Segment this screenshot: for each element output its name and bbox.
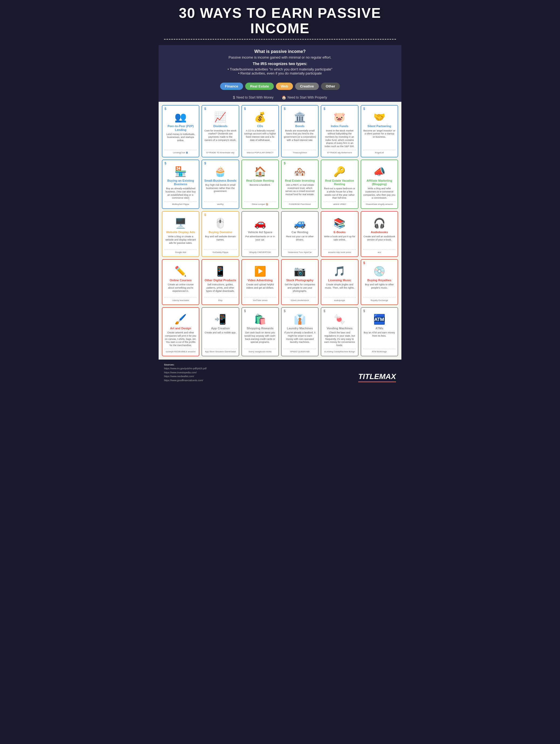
card-logos: E*TRADE TD Ameritrade ally <box>204 150 236 154</box>
card-title: Peer-to-Peer (P2P) Lending <box>165 124 197 132</box>
titlemax-name: TITLEMAX <box>358 372 396 381</box>
card-item: 🖥️Website Display AdsWrite a blog or cre… <box>162 211 199 257</box>
subtitle-def: Passive income is income gained with min… <box>169 55 391 60</box>
card-dollar-icon: $ <box>244 309 246 313</box>
card-desc: Put advertisements on or in your car. <box>244 235 276 248</box>
card-item: $💿Buying RoyaltiesBuy and sell rights to… <box>361 259 398 305</box>
card-icon: 🏠 <box>254 166 266 177</box>
card-dollar-icon: $ <box>204 107 206 111</box>
card-logos: Google Ads <box>165 250 197 254</box>
irs-type-2: Rental activities, even if you do materi… <box>169 71 391 75</box>
card-item: $🏧ATMsBuy an ATM and earn money from its… <box>361 307 398 356</box>
card-icon: 🧁 <box>214 166 226 177</box>
card-title: Stock Photography <box>286 278 314 282</box>
money-icon: $ <box>233 95 235 100</box>
card-logos: Wrapify CARVERTISE <box>244 250 276 254</box>
card-logos: eLending CandyMachine Bungo <box>323 349 356 353</box>
card-icon: 📷 <box>294 266 306 277</box>
card-desc: Create and upload helpful videos and get… <box>244 283 276 296</box>
card-item: 🖌️Art and DesignCreate artwork and other… <box>162 307 199 356</box>
card-desc: Buy and sell website domain names. <box>204 235 236 248</box>
card-title: Buying Royalties <box>367 278 391 282</box>
card-icon: 🐷 <box>333 111 346 123</box>
source-3: https://www.nerdwallet.com/ <box>164 374 207 378</box>
card-desc: Sell instructions, guides, patterns, pri… <box>204 283 236 296</box>
main-title: 30 WAYS TO EARN PASSIVE INCOME <box>164 5 396 36</box>
titlemax-underline <box>358 381 396 382</box>
card-title: Website Display Ads <box>166 230 195 234</box>
card-logos: audiojungle <box>323 297 356 302</box>
header: 30 WAYS TO EARN PASSIVE INCOME What is p… <box>159 0 401 79</box>
card-dollar-icon: $ <box>284 107 286 111</box>
card-title: Real Estate Renting <box>246 179 274 183</box>
card-title: Vehicle Ad Space <box>248 230 273 234</box>
card-logos: FUNDRISE PeerStreet <box>284 201 316 206</box>
card-desc: Invest in the stock market without babys… <box>323 129 356 148</box>
card-logos: Etsy <box>204 297 236 302</box>
card-desc: Create and sell a mobile app. <box>204 331 236 347</box>
card-item: 🎧AudiobooksCreate and sell an audiobook … <box>361 211 398 257</box>
card-desc: Lend money to individuals, businesses, a… <box>165 133 197 148</box>
card-icon: 🔑 <box>333 166 346 177</box>
card-logos: Udemy teachable <box>165 297 197 302</box>
card-item: $📈DividendsCare for investing in the sto… <box>201 105 239 157</box>
card-title: Licensing Music <box>328 278 351 282</box>
card-desc: Become a landlord. <box>250 184 271 200</box>
card-item: 🚗Vehicle Ad SpacePut advertisements on o… <box>241 211 279 257</box>
card-title: Buying Domains <box>209 230 232 234</box>
card-item: 🎵Licensing MusicCreate simple jingles an… <box>321 259 358 305</box>
card-item: $🤝Silent PartneringBecome an 'angel inve… <box>361 105 398 157</box>
card-title: Art and Design <box>170 327 191 330</box>
tab-web[interactable]: Web <box>276 83 293 90</box>
irs-title: The IRS recognizes two types: <box>169 62 391 66</box>
card-logos: worthy <box>204 201 236 206</box>
card-item: ✏️Online CoursesCreate an online course … <box>162 259 199 305</box>
card-desc: Check the laws and regulations in your s… <box>323 331 356 347</box>
card-title: Buying an Existing Business <box>165 179 197 186</box>
card-desc: Create an online course about something … <box>165 283 197 296</box>
card-desc: Sell the rights for companies and people… <box>284 283 316 296</box>
card-title: Online Courses <box>170 278 192 282</box>
card-icon: 🍬 <box>333 314 346 325</box>
card-icon: 📲 <box>214 314 226 325</box>
tab-creative[interactable]: Creative <box>295 83 319 90</box>
card-item: $🐷Index FundsInvest in the stock market … <box>321 105 358 157</box>
card-item: 📚E-BooksWrite a book and put it up for s… <box>321 211 358 257</box>
category-tabs: Finance Real Estate Web Creative Other <box>159 79 401 93</box>
titlemax-logo: TITLEMAX <box>358 372 396 382</box>
card-title: E-Books <box>334 230 346 234</box>
card-dollar-icon: $ <box>284 161 286 165</box>
tab-realestate[interactable]: Real Estate <box>245 83 274 90</box>
card-dollar-icon: $ <box>204 213 206 217</box>
card-icon: 🏘️ <box>294 166 306 177</box>
card-dollar-icon: $ <box>363 107 365 111</box>
card-desc: If you're already a landlord, it might b… <box>284 331 316 347</box>
card-dollar-icon: $ <box>323 107 325 111</box>
card-item: $💰CDsA CD is a federally insured savings… <box>241 105 279 157</box>
card-dollar-icon: $ <box>363 309 365 313</box>
card-icon: 🏪 <box>174 166 187 177</box>
card-icon: 🛍️ <box>254 314 266 325</box>
card-title: Video Advertising <box>248 278 273 282</box>
card-logos: TreasuryDirect <box>284 150 316 154</box>
card-logos: airbnb VRBO <box>323 201 356 206</box>
card-dollar-icon: $ <box>204 161 206 165</box>
card-desc: Become an 'angel investor' or a silent p… <box>363 129 395 148</box>
card-logos: ATM Brokerage <box>363 349 395 353</box>
card-title: Laundry Machines <box>287 327 313 330</box>
card-icon: 🎵 <box>333 266 346 277</box>
tab-other[interactable]: Other <box>321 83 340 90</box>
irs-type-1: Trade/business activities "in which you … <box>169 67 391 71</box>
card-icon: 🏛️ <box>294 111 306 123</box>
sources: Sources: https://www.irs.gov/pub/irs-pdf… <box>164 363 207 382</box>
card-item: ▶️Video AdvertisingCreate and upload hel… <box>241 259 279 305</box>
tab-finance[interactable]: Finance <box>220 83 243 90</box>
card-icon: 🤝 <box>373 111 386 123</box>
card-logos: E*TRADE ally Betterment <box>323 150 356 154</box>
card-logos: iStock shutterstock <box>284 297 316 302</box>
card-icon: 🖥️ <box>174 218 187 229</box>
card-dollar-icon: $ <box>165 107 166 111</box>
main-content: $👥Peer-to-Peer (P2P) LendingLend money t… <box>159 102 401 360</box>
source-4: https://www.goodfinancialcents.com/ <box>164 378 207 382</box>
card-item: $🏛️BondsBonds are essentially small loan… <box>281 105 319 157</box>
